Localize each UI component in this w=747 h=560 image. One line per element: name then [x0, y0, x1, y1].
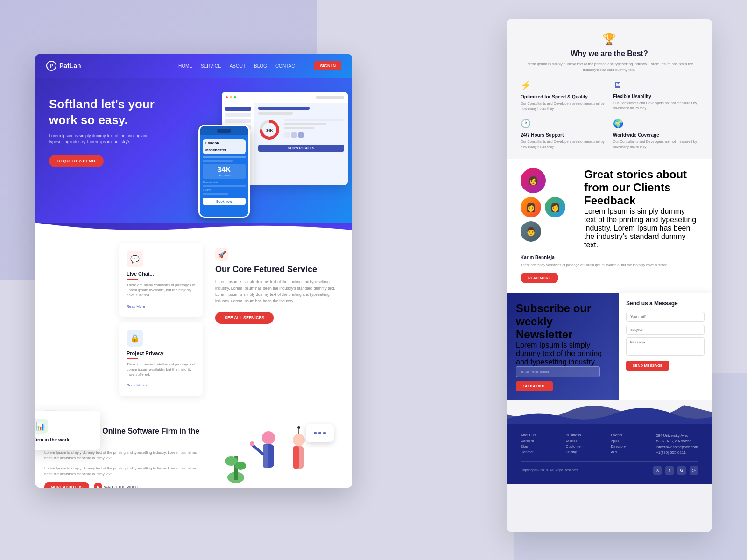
mountain-decoration — [507, 400, 712, 424]
send-button[interactable]: SEND MESSAGE — [626, 361, 669, 371]
footer-link-business[interactable]: Business — [566, 433, 606, 437]
firm-label: Firm in the world — [35, 437, 93, 442]
wave-separator — [35, 223, 352, 234]
why-body: Lorem Ipsum is simply dummy text of the … — [521, 62, 698, 73]
feature-usability-body: Our Consultants and Developers are not m… — [613, 101, 698, 111]
phone-mockup: London → Manchester 34K per month Choose… — [198, 125, 250, 218]
phone-price-box: 34K per month — [203, 164, 246, 179]
mail-input[interactable] — [626, 312, 705, 322]
copyright: Copyright © 2019. All Right Reserved. — [521, 468, 579, 472]
nav-blog[interactable]: BLOG — [254, 63, 267, 69]
logo-icon: P — [46, 61, 56, 71]
svg-rect-9 — [263, 444, 268, 468]
hero-screens: 34K — [198, 87, 348, 218]
feature-support-title: 24/7 Hours Support — [521, 133, 606, 138]
phone-cta[interactable]: Book now — [203, 198, 246, 205]
svg-rect-12 — [293, 446, 299, 469]
card1-link[interactable]: Read More › — [127, 304, 147, 308]
footer-col-1: About Us Careers Blog Contact — [521, 433, 560, 455]
best-firm-body1: Lorem Ipsum is simply dummy text of the … — [44, 450, 203, 461]
footer-link-directory[interactable]: Directory — [611, 444, 650, 448]
feature-speed-title: Optimized for Speed & Quality — [521, 94, 606, 99]
nav-links: HOME SERVICE ABOUT BLOG CONTACT — [178, 63, 298, 69]
testimonials-section: 👩 👩 👩 👨 Great stories about from our Cli… — [507, 159, 712, 293]
card2-link[interactable]: Read More › — [127, 383, 147, 387]
footer-link-contact[interactable]: Contact — [521, 450, 560, 454]
subscribe-button[interactable]: SUBSCRIBE — [516, 381, 553, 391]
email-input[interactable] — [516, 366, 600, 377]
contact-section: Send us a Message SEND MESSAGE — [619, 293, 712, 400]
newsletter-body: Lorem Ipsum is simply dummy text of the … — [516, 341, 609, 366]
demo-button[interactable]: REQUEST A DEMO — [49, 155, 104, 167]
more-about-button[interactable]: MORE ABOUT US — [44, 482, 89, 488]
footer-link-pricing[interactable]: Pricing — [566, 450, 606, 454]
nav-about[interactable]: ABOUT — [230, 63, 246, 69]
nav-service[interactable]: SERVICE — [201, 63, 221, 69]
phone-price: 34K — [204, 166, 244, 174]
testimonial-title: Great stories about from our Clients Fee… — [584, 168, 698, 207]
watch-video-button[interactable]: ▶ WATCH THE VIDEO — [94, 483, 139, 488]
footer-col-3: Events Apps Directory API — [611, 433, 650, 455]
signin-button[interactable]: SIGN IN — [314, 61, 341, 70]
feature-speed-body: Our Consultants and Developers are not m… — [521, 101, 606, 111]
support-icon: 🕐 — [521, 119, 606, 129]
avatar-row-1: 👩 — [521, 168, 577, 193]
services-core-row: 💬 Live Chat... There are many variations… — [35, 234, 352, 400]
phone-from-to: London → Manchester — [203, 139, 246, 154]
footer-address: 284 University Ave, Paolo Alto, CA 95236… — [656, 433, 698, 455]
svg-line-13 — [252, 445, 263, 454]
logo: P PatLan — [46, 61, 81, 71]
divider — [127, 279, 138, 280]
trophy-icon: 🏆 — [521, 33, 698, 46]
twitter-icon[interactable]: 𝕏 — [653, 466, 662, 475]
footer-link-events[interactable]: Events — [611, 433, 650, 437]
firm-icon: 📊 — [35, 419, 48, 434]
footer-link-stories[interactable]: Stories — [566, 439, 606, 443]
avatar-row-3: 👨 — [521, 221, 577, 242]
avatar-1: 👩 — [521, 168, 546, 193]
nav-contact[interactable]: CONTACT — [275, 63, 298, 69]
footer-col-2: Business Stories Customer Pricing — [566, 433, 606, 455]
phone-body: London → Manchester 34K per month Choose… — [200, 135, 248, 209]
avatar-row-2: 👩 👩 — [521, 197, 577, 217]
see-all-button[interactable]: SEE ALL SERVICES — [215, 312, 274, 324]
contact-title: Send us a Message — [626, 300, 705, 307]
footer-link-customer[interactable]: Customer — [566, 444, 606, 448]
card1-body: There are many variations of passages of… — [127, 282, 196, 298]
nav-home[interactable]: HOME — [178, 63, 192, 69]
screen-header — [222, 92, 348, 103]
footer-link-apps[interactable]: Apps — [611, 439, 650, 443]
privacy-card: 🔒 Project Privacy There are many variati… — [119, 322, 203, 396]
navbar: P PatLan HOME SERVICE ABOUT BLOG CONTACT… — [35, 54, 352, 78]
chat-icon: 💬 — [127, 251, 143, 267]
usability-icon: 🖥 — [613, 80, 698, 90]
testimonial-body: Lorem Ipsum is simply dummy text of the … — [584, 207, 698, 249]
testimonials-layout: 👩 👩 👩 👨 Great stories about from our Cli… — [521, 168, 698, 249]
coverage-icon: 🌍 — [613, 119, 698, 129]
right-panel: 🏆 Why we are the Best? Lorem Ipsum is si… — [507, 19, 712, 532]
watch-label: WATCH THE VIDEO — [104, 485, 139, 488]
illustration — [212, 410, 343, 484]
read-more-button[interactable]: READ MORE — [521, 273, 558, 283]
footer: About Us Careers Blog Contact Business S… — [507, 424, 712, 484]
footer-link-about[interactable]: About Us — [521, 433, 560, 437]
newsletter-contact-section: Subscribe our weekly Newsletter Lorem Ip… — [507, 293, 712, 400]
footer-link-blog[interactable]: Blog — [521, 444, 560, 448]
donut-chart-icon: 34K — [258, 119, 281, 141]
subject-input[interactable] — [626, 325, 705, 335]
divider2 — [127, 358, 138, 359]
feature-support-body: Our Consultants and Developers are not m… — [521, 140, 606, 149]
instagram-icon[interactable]: ◎ — [690, 466, 698, 475]
client-desc: There are many variations of passage of … — [521, 263, 698, 268]
phone-header — [200, 126, 248, 135]
hero-headline: Softland let's your work so easy. — [49, 97, 161, 128]
feature-coverage: 🌍 Worldwide Coverage Our Consultants and… — [613, 119, 698, 149]
facebook-icon[interactable]: f — [665, 466, 674, 475]
message-input[interactable] — [626, 337, 705, 356]
google-icon[interactable]: G — [677, 466, 686, 475]
newsletter-title: Subscribe our weekly Newsletter — [516, 302, 609, 341]
svg-text:34K: 34K — [266, 128, 273, 133]
footer-bottom: Copyright © 2019. All Right Reserved. 𝕏 … — [521, 461, 698, 475]
footer-link-api[interactable]: API — [611, 450, 650, 454]
footer-link-careers[interactable]: Careers — [521, 439, 560, 443]
